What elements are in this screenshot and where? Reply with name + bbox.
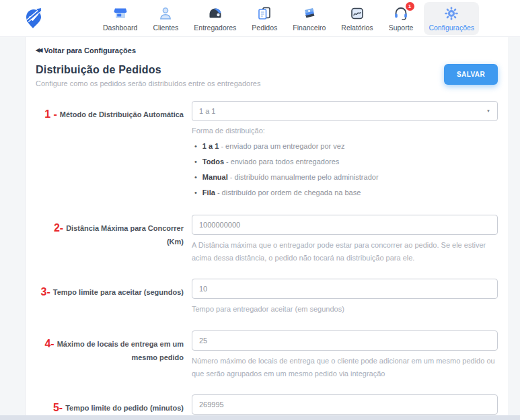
- annotation-number-5: 5-: [53, 402, 63, 413]
- annotation-number-4: 4-: [44, 338, 54, 349]
- nav-label: Dashboard: [103, 24, 137, 32]
- rewind-icon: ◀◀: [36, 47, 41, 53]
- accept-timeout-input[interactable]: [192, 279, 498, 299]
- nav-label: Pedidos: [252, 24, 277, 32]
- nav-label: Relatórios: [341, 24, 373, 32]
- nav-item-configuracoes[interactable]: Configurações: [424, 2, 479, 35]
- field-label: 5-Tempo limite do pedido (minutos): [36, 394, 192, 416]
- option-help-item: Fila - distribuído por ordem de chegada …: [192, 185, 498, 201]
- back-link-label: Voltar para Configurações: [44, 46, 136, 55]
- field-label: 2-Distância Máxima para Concorrer (Km): [36, 215, 192, 248]
- field-row-tempo-aceitar: 3-Tempo limite para aceitar (segundos) T…: [36, 279, 498, 316]
- max-distance-input[interactable]: [192, 215, 498, 235]
- nav-item-suporte[interactable]: 1 Suporte: [384, 2, 418, 35]
- chart-frame-icon: [348, 5, 365, 22]
- field-label: 3-Tempo limite para aceitar (segundos): [36, 279, 192, 300]
- distribution-form: 1 -Método de Distribuição Automática 1 a…: [36, 101, 498, 420]
- gear-icon: [443, 5, 460, 22]
- distribution-method-select[interactable]: 1 a 1 ▼: [192, 101, 498, 121]
- field-helper: A Distância máxima que o entregador pode…: [192, 239, 498, 265]
- nav-item-entregadores[interactable]: Entregadores: [189, 2, 241, 35]
- field-row-maximo-locais: 4-Máximo de locais de entrega em um mesm…: [36, 330, 498, 381]
- field-label: 1 -Método de Distribuição Automática: [36, 101, 192, 123]
- option-help-item: Todos - enviado para todos entregadores: [192, 154, 498, 170]
- back-to-settings-link[interactable]: ◀◀ Voltar para Configurações: [36, 46, 136, 55]
- field-helper: Tempo para entregador aceitar (em segund…: [192, 303, 498, 316]
- annotation-number-3: 3-: [41, 286, 50, 298]
- annotation-number-2: 2-: [54, 222, 63, 234]
- headset-icon: 1: [393, 5, 410, 22]
- page-title: Distribuição de Pedidos: [36, 64, 260, 76]
- field-helper: Número máximo de locais de entrega que o…: [192, 355, 498, 381]
- page-body: ◀◀ Voltar para Configurações Distribuiçã…: [0, 37, 520, 415]
- option-help-item: 1 a 1 - enviado para um entregador por v…: [192, 139, 498, 154]
- field-row-metodo-distribuicao: 1 -Método de Distribuição Automática 1 a…: [36, 101, 498, 201]
- nav-item-financeiro[interactable]: Financeiro: [288, 2, 330, 35]
- order-timeout-input[interactable]: [192, 394, 498, 415]
- select-helper-title: Forma de distribuição:: [192, 127, 498, 135]
- nav-label: Entregadores: [194, 24, 236, 32]
- annotation-number-1: 1 -: [44, 108, 57, 120]
- nav-label: Suporte: [389, 24, 414, 32]
- field-row-distancia-maxima: 2-Distância Máxima para Concorrer (Km) A…: [36, 215, 498, 265]
- select-value: 1 a 1: [199, 107, 215, 115]
- top-navigation: Dashboard Clientes Entregadores: [0, 0, 520, 37]
- person-icon: [157, 5, 174, 22]
- save-button[interactable]: SALVAR: [444, 64, 498, 85]
- money-stack-icon: [301, 5, 318, 22]
- app-logo-icon[interactable]: [23, 5, 46, 31]
- max-delivery-locations-input[interactable]: [192, 330, 498, 351]
- documents-icon: [256, 5, 273, 22]
- nav-label: Clientes: [153, 24, 178, 32]
- distribution-options-help: 1 a 1 - enviado para um entregador por v…: [192, 139, 498, 201]
- nav-label: Financeiro: [293, 24, 326, 32]
- field-label: 4-Máximo de locais de entrega em um mesm…: [36, 330, 192, 363]
- main-menu: Dashboard Clientes Entregadores: [98, 2, 479, 35]
- page-subtitle: Configure como os pedidos serão distribu…: [36, 79, 260, 88]
- storefront-icon: [112, 5, 128, 22]
- nav-item-relatorios[interactable]: Relatórios: [336, 2, 377, 35]
- nav-item-clientes[interactable]: Clientes: [148, 2, 183, 35]
- chevron-down-icon: ▼: [486, 109, 490, 113]
- support-notification-badge: 1: [406, 2, 414, 11]
- helmet-icon: [207, 5, 223, 22]
- nav-item-dashboard[interactable]: Dashboard: [98, 2, 142, 35]
- settings-card: ◀◀ Voltar para Configurações Distribuiçã…: [25, 37, 508, 415]
- option-help-item: Manual - distribuído manualmente pelo ad…: [192, 170, 498, 185]
- nav-item-pedidos[interactable]: Pedidos: [247, 2, 282, 35]
- nav-label: Configurações: [429, 24, 474, 32]
